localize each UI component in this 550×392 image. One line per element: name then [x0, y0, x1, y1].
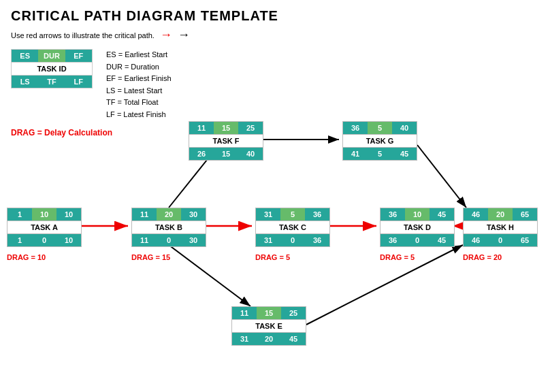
task-H-drag: DRAG = 20	[463, 253, 502, 261]
task-D-dur: 10	[405, 208, 430, 220]
task-G-ls: 41	[343, 148, 368, 160]
task-B-ef: 30	[181, 208, 206, 220]
task-A-lf: 10	[56, 234, 81, 246]
task-A-tf: 0	[32, 234, 56, 246]
task-F-es: 11	[189, 122, 214, 134]
task-A-name: TASK A	[7, 220, 81, 234]
task-C-dur: 5	[280, 208, 305, 220]
task-C-drag: DRAG = 5	[255, 253, 290, 261]
task-E-ef: 25	[281, 307, 306, 319]
task-G-lf: 45	[392, 148, 417, 160]
task-C-name: TASK C	[256, 220, 329, 234]
task-H-dur: 20	[488, 208, 513, 220]
task-D-lf: 45	[430, 234, 454, 246]
task-D-name: TASK D	[381, 220, 454, 234]
legend-box: ES DUR EF TASK ID LS TF LF	[11, 49, 93, 88]
task-D-es: 36	[381, 208, 405, 220]
svg-line-9	[169, 245, 250, 306]
task-D-tf: 0	[405, 234, 430, 246]
task-node-F: 11 15 25 TASK F 26 15 40	[189, 121, 263, 161]
task-F-tf: 15	[214, 148, 238, 160]
task-H-ls: 46	[464, 234, 488, 246]
task-G-es: 36	[343, 122, 368, 134]
task-node-B: 11 20 30 TASK B 11 0 30	[131, 208, 206, 247]
task-C-ef: 36	[305, 208, 329, 220]
task-node-D: 36 10 45 TASK D 36 0 45	[380, 208, 455, 247]
task-F-lf: 40	[238, 148, 263, 160]
task-E-name: TASK E	[232, 319, 306, 333]
task-E-ls: 31	[232, 333, 257, 345]
task-F-name: TASK F	[189, 134, 263, 148]
task-G-ef: 40	[392, 122, 417, 134]
legend-ef: EF	[65, 50, 92, 62]
task-A-es: 1	[7, 208, 32, 220]
task-node-C: 31 5 36 TASK C 31 0 36	[255, 208, 330, 247]
drag-note: DRAG = Delay Calculation	[0, 127, 550, 142]
task-B-ls: 11	[132, 234, 157, 246]
task-H-name: TASK H	[464, 220, 537, 234]
legend-ls: LS	[12, 76, 38, 88]
legend-es: ES	[12, 50, 38, 62]
task-B-name: TASK B	[132, 220, 206, 234]
red-arrow-icon: →	[160, 28, 172, 42]
legend-definitions: ES = Earliest Start DUR = Duration EF = …	[106, 49, 172, 121]
task-G-tf: 5	[368, 148, 392, 160]
task-H-lf: 65	[513, 234, 537, 246]
task-H-tf: 0	[488, 234, 513, 246]
task-D-drag: DRAG = 5	[380, 253, 415, 261]
legend-tf: TF	[38, 76, 65, 88]
black-arrow-icon: →	[178, 28, 190, 42]
legend-lf: LF	[65, 76, 92, 88]
task-F-dur: 15	[214, 122, 238, 134]
task-B-dur: 20	[157, 208, 181, 220]
task-C-lf: 36	[305, 234, 329, 246]
task-B-lf: 30	[181, 234, 206, 246]
task-E-es: 11	[232, 307, 257, 319]
task-B-tf: 0	[157, 234, 181, 246]
task-D-ls: 36	[381, 234, 405, 246]
task-A-drag: DRAG = 10	[7, 253, 46, 261]
task-A-ls: 1	[7, 234, 32, 246]
page-title: CRITICAL PATH DIAGRAM TEMPLATE	[0, 0, 550, 27]
task-A-dur: 10	[32, 208, 56, 220]
task-node-H: 46 20 65 TASK H 46 0 65	[463, 208, 538, 247]
task-C-tf: 0	[280, 234, 305, 246]
task-A-ef: 10	[56, 208, 81, 220]
task-G-dur: 5	[368, 122, 392, 134]
legend-dur: DUR	[38, 50, 65, 62]
task-E-lf: 45	[281, 333, 306, 345]
task-C-es: 31	[256, 208, 280, 220]
task-F-ls: 26	[189, 148, 214, 160]
task-node-A: 1 10 10 TASK A 1 0 10	[7, 208, 82, 247]
task-F-ef: 25	[238, 122, 263, 134]
task-G-name: TASK G	[343, 134, 417, 148]
subtitle-text: Use red arrows to illustrate the critica…	[11, 31, 155, 39]
task-E-dur: 15	[257, 307, 281, 319]
legend-task-id: TASK ID	[12, 62, 92, 76]
task-node-G: 36 5 40 TASK G 41 5 45	[342, 121, 417, 161]
svg-line-8	[417, 145, 466, 208]
task-B-es: 11	[132, 208, 157, 220]
task-D-ef: 45	[430, 208, 454, 220]
task-E-tf: 20	[257, 333, 281, 345]
task-C-ls: 31	[256, 234, 280, 246]
task-H-ef: 65	[513, 208, 537, 220]
task-B-drag: DRAG = 15	[131, 253, 170, 261]
task-node-E: 11 15 25 TASK E 31 20 45	[231, 306, 306, 346]
task-H-es: 46	[464, 208, 488, 220]
